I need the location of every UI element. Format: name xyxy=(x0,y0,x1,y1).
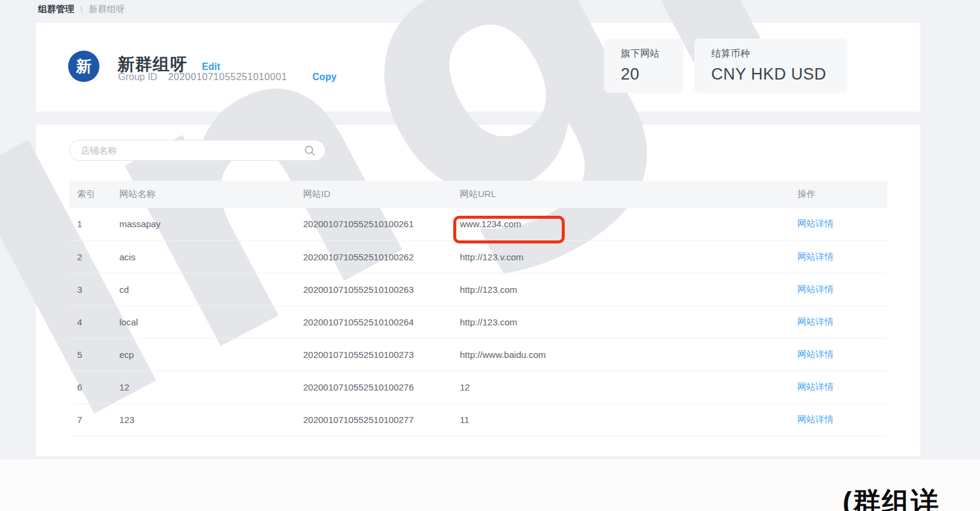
actions-cell: 网站详情 xyxy=(790,403,887,436)
index-cell: 7 xyxy=(69,403,112,436)
table-row: 2acis2020010710552510100262http://123.v.… xyxy=(69,240,887,273)
stat-card-site-count: 旗下网站 20 xyxy=(604,39,683,93)
index-cell: 1 xyxy=(69,208,112,240)
edit-button[interactable]: Edit xyxy=(202,61,220,72)
actions-cell: 网站详情 xyxy=(790,273,887,306)
site-name-cell: 123 xyxy=(112,403,295,436)
breadcrumb-current: 新群组呀 xyxy=(89,4,125,15)
site-id-cell: 2020010710552510100273 xyxy=(295,338,452,371)
site-detail-link[interactable]: 网站详情 xyxy=(797,284,834,294)
table-row: 3cd2020010710552510100263http://123.com网… xyxy=(69,273,887,306)
table-header-row: 索引 网站名称 网站ID 网站URL 操作 xyxy=(69,181,887,208)
breadcrumb: 组群管理 \ 新群组呀 xyxy=(38,4,125,15)
stat-label: 结算币种 xyxy=(711,48,831,60)
site-id-cell: 2020010710552510100263 xyxy=(295,273,452,306)
site-url-cell: http://123.com xyxy=(452,273,790,306)
site-id-cell: 2020010710552510100262 xyxy=(295,240,452,273)
site-detail-link[interactable]: 网站详情 xyxy=(797,349,834,359)
actions-cell: 网站详情 xyxy=(790,371,887,403)
breadcrumb-separator: \ xyxy=(80,4,83,14)
site-id-cell: 2020010710552510100276 xyxy=(295,371,452,403)
search-icon[interactable] xyxy=(303,144,316,157)
actions-cell: 网站详情 xyxy=(790,338,887,371)
site-url-cell: http://123.com xyxy=(452,306,790,338)
site-table: 索引 网站名称 网站ID 网站URL 操作 1massapay202001071… xyxy=(69,181,887,436)
actions-cell: 网站详情 xyxy=(790,208,887,240)
index-cell: 5 xyxy=(69,338,112,371)
site-detail-link[interactable]: 网站详情 xyxy=(797,414,834,424)
site-name-cell: local xyxy=(112,306,295,338)
actions-cell: 网站详情 xyxy=(790,240,887,273)
col-header-actions: 操作 xyxy=(790,181,887,208)
site-name-cell: acis xyxy=(112,240,295,273)
breadcrumb-root[interactable]: 组群管理 xyxy=(38,4,74,15)
col-header-index: 索引 xyxy=(69,181,112,208)
bottom-clipped-text: (群组详 xyxy=(843,484,940,511)
group-avatar: 新 xyxy=(68,51,99,82)
site-detail-link[interactable]: 网站详情 xyxy=(797,381,834,392)
site-url-cell: 12 xyxy=(452,371,790,403)
col-header-site-name: 网站名称 xyxy=(112,181,295,208)
site-url-cell: 11 xyxy=(452,403,790,436)
group-id-label: Group ID xyxy=(118,72,157,83)
index-cell: 6 xyxy=(69,371,112,403)
site-url-cell: http://123.v.com xyxy=(452,240,790,273)
site-id-cell: 2020010710552510100264 xyxy=(295,306,452,338)
site-name-cell: cd xyxy=(112,273,295,306)
site-id-cell: 2020010710552510100277 xyxy=(295,403,452,436)
stat-value: 20 xyxy=(621,65,667,84)
actions-cell: 网站详情 xyxy=(790,306,887,338)
site-url-cell: http://www.baidu.com xyxy=(452,338,790,371)
search-input[interactable] xyxy=(81,145,303,155)
table-row: 7123202001071055251010027711网站详情 xyxy=(69,403,887,436)
site-name-cell: ecp xyxy=(112,338,295,371)
table-row: 5ecp2020010710552510100273http://www.bai… xyxy=(69,338,887,371)
site-detail-link[interactable]: 网站详情 xyxy=(797,218,834,228)
index-cell: 2 xyxy=(69,240,112,273)
stat-card-currencies: 结算币种 CNY HKD USD xyxy=(694,39,847,93)
stat-label: 旗下网站 xyxy=(621,48,667,60)
shop-name-search xyxy=(69,140,325,161)
site-url-cell: www.1234.com xyxy=(452,208,790,240)
site-name-cell: 12 xyxy=(112,371,295,403)
site-detail-link[interactable]: 网站详情 xyxy=(797,316,834,327)
group-id-value: 202001071055251010001 xyxy=(168,72,287,83)
table-row: 1massapay2020010710552510100261www.1234.… xyxy=(69,208,887,240)
site-detail-link[interactable]: 网站详情 xyxy=(797,251,834,262)
stat-value: CNY HKD USD xyxy=(711,65,831,84)
copy-button[interactable]: Copy xyxy=(312,72,336,83)
site-id-cell: 2020010710552510100261 xyxy=(295,208,452,240)
site-name-cell: massapay xyxy=(112,208,295,240)
table-row: 612202001071055251010027612网站详情 xyxy=(69,371,887,403)
index-cell: 3 xyxy=(69,273,112,306)
col-header-site-id: 网站ID xyxy=(295,181,452,208)
index-cell: 4 xyxy=(69,306,112,338)
col-header-site-url: 网站URL xyxy=(452,181,790,208)
table-row: 4local2020010710552510100264http://123.c… xyxy=(69,306,887,338)
